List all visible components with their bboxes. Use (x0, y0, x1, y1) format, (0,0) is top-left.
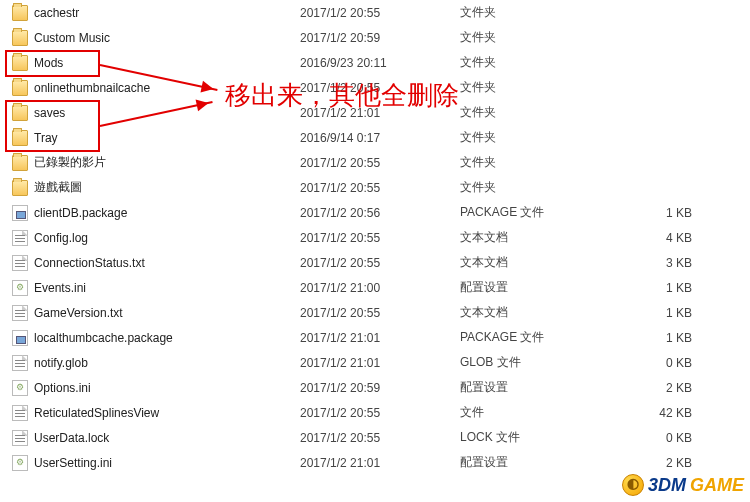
file-name-cell[interactable]: UserSetting.ini (12, 455, 300, 471)
file-name-cell[interactable]: Mods (12, 55, 300, 71)
file-name-cell[interactable]: 已錄製的影片 (12, 154, 300, 171)
file-name: notify.glob (34, 356, 88, 370)
file-row[interactable]: notify.glob2017/1/2 21:01GLOB 文件0 KB (0, 350, 750, 375)
file-name-cell[interactable]: onlinethumbnailcache (12, 80, 300, 96)
file-name-cell[interactable]: 遊戲截圖 (12, 179, 300, 196)
file-date: 2017/1/2 20:55 (300, 81, 460, 95)
file-name-cell[interactable]: Config.log (12, 230, 300, 246)
folder-icon (12, 5, 28, 21)
file-type: GLOB 文件 (460, 354, 610, 371)
file-name: Config.log (34, 231, 88, 245)
file-row[interactable]: saves2017/1/2 21:01文件夹 (0, 100, 750, 125)
file-row[interactable]: 已錄製的影片2017/1/2 20:55文件夹 (0, 150, 750, 175)
file-name-cell[interactable]: Custom Music (12, 30, 300, 46)
file-date: 2017/1/2 20:55 (300, 156, 460, 170)
file-date: 2017/1/2 20:56 (300, 206, 460, 220)
file-date: 2016/9/23 20:11 (300, 56, 460, 70)
file-row[interactable]: localthumbcache.package2017/1/2 21:01PAC… (0, 325, 750, 350)
file-name-cell[interactable]: ReticulatedSplinesView (12, 405, 300, 421)
file-row[interactable]: Events.ini2017/1/2 21:00配置设置1 KB (0, 275, 750, 300)
file-name-cell[interactable]: Events.ini (12, 280, 300, 296)
file-type: 文件夹 (460, 129, 610, 146)
watermark-icon (622, 474, 644, 496)
file-name: GameVersion.txt (34, 306, 123, 320)
file-date: 2017/1/2 21:01 (300, 356, 460, 370)
file-name: localthumbcache.package (34, 331, 173, 345)
file-type: 文件夹 (460, 54, 610, 71)
file-row[interactable]: Mods2016/9/23 20:11文件夹 (0, 50, 750, 75)
folder-icon (12, 105, 28, 121)
file-name: onlinethumbnailcache (34, 81, 150, 95)
file-type: 文件 (460, 404, 610, 421)
file-icon (12, 255, 28, 271)
file-name: Options.ini (34, 381, 91, 395)
file-row[interactable]: 遊戲截圖2017/1/2 20:55文件夹 (0, 175, 750, 200)
folder-icon (12, 30, 28, 46)
file-name: Tray (34, 131, 58, 145)
file-name-cell[interactable]: notify.glob (12, 355, 300, 371)
file-type: LOCK 文件 (460, 429, 610, 446)
watermark-text-yellow: GAME (690, 475, 744, 496)
file-name-cell[interactable]: Options.ini (12, 380, 300, 396)
file-name-cell[interactable]: saves (12, 105, 300, 121)
file-row[interactable]: Config.log2017/1/2 20:55文本文档4 KB (0, 225, 750, 250)
file-date: 2017/1/2 20:55 (300, 231, 460, 245)
file-icon (12, 405, 28, 421)
file-name-cell[interactable]: GameVersion.txt (12, 305, 300, 321)
file-name-cell[interactable]: UserData.lock (12, 430, 300, 446)
file-name-cell[interactable]: clientDB.package (12, 205, 300, 221)
file-name: ReticulatedSplinesView (34, 406, 159, 420)
file-row[interactable]: UserSetting.ini2017/1/2 21:01配置设置2 KB (0, 450, 750, 475)
file-date: 2017/1/2 20:55 (300, 306, 460, 320)
file-type: PACKAGE 文件 (460, 329, 610, 346)
file-row[interactable]: Tray2016/9/14 0:17文件夹 (0, 125, 750, 150)
file-type: 配置设置 (460, 379, 610, 396)
file-row[interactable]: ReticulatedSplinesView2017/1/2 20:55文件42… (0, 400, 750, 425)
file-size: 1 KB (610, 306, 710, 320)
file-name: Events.ini (34, 281, 86, 295)
file-icon (12, 430, 28, 446)
file-type: 配置设置 (460, 279, 610, 296)
file-name: UserData.lock (34, 431, 109, 445)
file-row[interactable]: GameVersion.txt2017/1/2 20:55文本文档1 KB (0, 300, 750, 325)
file-type: 文本文档 (460, 229, 610, 246)
file-row[interactable]: onlinethumbnailcache2017/1/2 20:55文件夹 (0, 75, 750, 100)
pkg-icon (12, 205, 28, 221)
file-list: cachestr2017/1/2 20:55文件夹Custom Music201… (0, 0, 750, 475)
ini-icon (12, 380, 28, 396)
file-size: 2 KB (610, 456, 710, 470)
file-icon (12, 230, 28, 246)
file-type: 文件夹 (460, 29, 610, 46)
folder-icon (12, 80, 28, 96)
file-date: 2017/1/2 20:55 (300, 6, 460, 20)
file-name-cell[interactable]: Tray (12, 130, 300, 146)
ini-icon (12, 280, 28, 296)
file-name: cachestr (34, 6, 79, 20)
file-type: 文本文档 (460, 254, 610, 271)
file-name-cell[interactable]: localthumbcache.package (12, 330, 300, 346)
file-row[interactable]: UserData.lock2017/1/2 20:55LOCK 文件0 KB (0, 425, 750, 450)
file-type: 配置设置 (460, 454, 610, 471)
file-size: 3 KB (610, 256, 710, 270)
file-name-cell[interactable]: cachestr (12, 5, 300, 21)
ini-icon (12, 455, 28, 471)
file-row[interactable]: cachestr2017/1/2 20:55文件夹 (0, 0, 750, 25)
file-size: 42 KB (610, 406, 710, 420)
folder-icon (12, 130, 28, 146)
file-size: 0 KB (610, 431, 710, 445)
file-icon (12, 305, 28, 321)
file-size: 2 KB (610, 381, 710, 395)
file-name: saves (34, 106, 65, 120)
file-date: 2017/1/2 20:55 (300, 431, 460, 445)
file-row[interactable]: Options.ini2017/1/2 20:59配置设置2 KB (0, 375, 750, 400)
file-name: ConnectionStatus.txt (34, 256, 145, 270)
file-size: 1 KB (610, 281, 710, 295)
file-date: 2017/1/2 20:59 (300, 381, 460, 395)
file-row[interactable]: ConnectionStatus.txt2017/1/2 20:55文本文档3 … (0, 250, 750, 275)
file-row[interactable]: Custom Music2017/1/2 20:59文件夹 (0, 25, 750, 50)
file-name: Mods (34, 56, 63, 70)
file-type: 文件夹 (460, 4, 610, 21)
file-name-cell[interactable]: ConnectionStatus.txt (12, 255, 300, 271)
file-row[interactable]: clientDB.package2017/1/2 20:56PACKAGE 文件… (0, 200, 750, 225)
file-date: 2017/1/2 21:01 (300, 456, 460, 470)
